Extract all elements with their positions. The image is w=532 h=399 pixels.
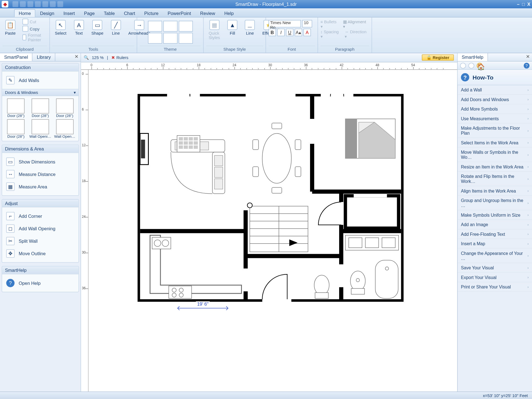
measure-area-tool[interactable]: ▦Measure Area xyxy=(5,180,76,193)
howto-item[interactable]: Add Free-Floating Text› xyxy=(458,229,532,239)
alignment-button[interactable]: ▦ Alignment ▾ xyxy=(343,20,369,29)
font-size-select[interactable]: 10 xyxy=(302,20,312,27)
qat-more-icon[interactable] xyxy=(57,1,63,7)
quick-styles-button[interactable]: ▦Quick Styles xyxy=(206,18,222,42)
tab-smartpanel[interactable]: SmartPanel xyxy=(0,53,33,61)
add-wall-opening-tool[interactable]: ◻Add Wall Opening xyxy=(5,222,76,235)
chevron-right-icon: › xyxy=(528,88,529,92)
howto-item[interactable]: Make Adjustments to the Floor Plan› xyxy=(458,124,532,138)
qat-save-icon[interactable] xyxy=(27,1,33,7)
show-dimensions-tool[interactable]: ▭Show Dimensions xyxy=(5,155,76,168)
howto-item[interactable]: Save Your Visual› xyxy=(458,263,532,273)
doors-windows-header[interactable]: Doors & Windows▾ xyxy=(2,89,79,96)
rulers-toggle[interactable]: ✖Rulers xyxy=(111,55,128,60)
close-right-panel-icon[interactable]: ✕ xyxy=(526,54,530,60)
tab-library[interactable]: Library xyxy=(33,53,55,61)
howto-item[interactable]: Add an Image› xyxy=(458,220,532,230)
howto-item[interactable]: Export Your Visual› xyxy=(458,273,532,282)
maximize-button[interactable]: □ xyxy=(522,2,525,7)
qat-undo-icon[interactable] xyxy=(42,1,48,7)
zoom-value[interactable]: 125 % xyxy=(92,55,104,60)
measure-distance-tool[interactable]: ↔Measure Distance xyxy=(5,168,76,180)
bold-button[interactable]: B xyxy=(268,29,276,36)
text-tool[interactable]: AText xyxy=(71,18,86,37)
howto-item[interactable]: Add More Symbols› xyxy=(458,104,532,114)
open-help-tool[interactable]: ?Open Help xyxy=(5,277,76,289)
add-corner-tool[interactable]: ⌐Add Corner xyxy=(5,210,76,222)
cut-button[interactable]: Cut xyxy=(21,18,47,25)
ribbon: 📋Paste Cut Copy Format Painter Clipboard… xyxy=(0,17,532,53)
tab-powerpoint[interactable]: PowerPoint xyxy=(163,9,195,17)
move-outline-tool[interactable]: ✥Move Outline xyxy=(5,247,76,260)
theme-gallery[interactable] xyxy=(148,21,193,44)
copy-button[interactable]: Copy xyxy=(21,25,47,32)
qat-open-icon[interactable] xyxy=(20,1,26,7)
qat-print-icon[interactable] xyxy=(35,1,41,7)
register-button[interactable]: 🔒 Register xyxy=(422,55,454,61)
tab-help[interactable]: Help xyxy=(220,9,238,17)
tab-page[interactable]: Page xyxy=(80,9,99,17)
line-style-button[interactable]: ＿Line xyxy=(242,18,257,37)
door-symbol[interactable]: Wall Open… xyxy=(53,119,76,139)
svg-rect-76 xyxy=(315,293,328,298)
door-symbol[interactable]: Wall Openi… xyxy=(29,119,52,139)
minimize-button[interactable]: – xyxy=(517,2,520,7)
font-color-button[interactable]: A xyxy=(303,29,311,36)
font-family-select[interactable]: Times New Ro… xyxy=(268,20,301,27)
bullets-button[interactable]: ≡ Bullets ▾ xyxy=(321,20,340,29)
shape-tool[interactable]: ▭Shape xyxy=(89,18,106,37)
nav-back-icon[interactable] xyxy=(460,63,466,68)
split-wall-tool[interactable]: ✂Split Wall xyxy=(5,235,76,247)
grow-font-button[interactable]: A▴ xyxy=(295,29,302,36)
howto-item[interactable]: Add a Wall› xyxy=(458,85,532,95)
howto-item[interactable]: Use Measurements› xyxy=(458,114,532,124)
tab-home[interactable]: Home xyxy=(14,9,35,17)
chevron-right-icon: › xyxy=(528,97,529,101)
tab-smarthelp[interactable]: SmartHelp xyxy=(458,53,488,61)
nav-fwd-icon[interactable] xyxy=(469,63,474,68)
italic-button[interactable]: I xyxy=(277,29,285,36)
nav-help-icon[interactable]: ? xyxy=(524,63,530,68)
howto-item[interactable]: Add Doors and Windows› xyxy=(458,95,532,104)
howto-item[interactable]: Change the Appearance of Your …› xyxy=(458,249,532,263)
tab-chart[interactable]: Chart xyxy=(119,9,140,17)
quick-access-toolbar xyxy=(12,1,63,7)
howto-item[interactable]: Print or Share Your Visual› xyxy=(458,282,532,292)
fill-button[interactable]: ▲Fill xyxy=(225,18,240,37)
paste-button[interactable]: 📋Paste xyxy=(2,18,18,37)
underline-button[interactable]: U xyxy=(286,29,293,36)
tab-design[interactable]: Design xyxy=(35,9,59,17)
tab-picture[interactable]: Picture xyxy=(140,9,163,17)
howto-item[interactable]: Insert a Map› xyxy=(458,239,532,249)
howto-item[interactable]: Group and Ungroup Items in the …› xyxy=(458,196,532,211)
line-tool[interactable]: ╱Line xyxy=(108,18,123,37)
tab-insert[interactable]: Insert xyxy=(59,9,79,17)
floorplan-drawing[interactable] xyxy=(138,94,404,302)
drawing-canvas[interactable]: 19' 6" xyxy=(89,70,457,392)
howto-item[interactable]: Move Walls or Symbols in the Wo…› xyxy=(458,148,532,162)
howto-item[interactable]: Align Items in the Work Area› xyxy=(458,186,532,196)
svg-point-75 xyxy=(314,275,329,295)
nav-home-icon[interactable]: 🏠 xyxy=(477,63,483,68)
door-symbol[interactable]: Door (28") xyxy=(5,119,27,139)
zoom-icon[interactable]: 🔍 xyxy=(84,55,89,60)
spacing-button[interactable]: ↕ Spacing ▾ xyxy=(321,30,342,39)
door-symbol[interactable]: Door (28") xyxy=(53,99,76,118)
select-tool[interactable]: ↖Select xyxy=(52,18,69,37)
opening-icon: ◻ xyxy=(6,224,15,233)
howto-item[interactable]: Select Items in the Work Area› xyxy=(458,138,532,148)
add-walls-tool[interactable]: ✎Add Walls xyxy=(5,74,76,86)
close-button[interactable]: X xyxy=(527,2,530,7)
door-symbol[interactable]: Door (28") xyxy=(29,99,52,118)
qat-new-icon[interactable] xyxy=(12,1,18,7)
tab-table[interactable]: Table xyxy=(99,9,119,17)
howto-item[interactable]: Make Symbols Uniform in Size› xyxy=(458,210,532,220)
tab-review[interactable]: Review xyxy=(196,9,220,17)
howto-item[interactable]: Resize an Item in the Work Area› xyxy=(458,162,532,172)
close-panel-icon[interactable]: ✕ xyxy=(75,54,78,60)
direction-button[interactable]: ↔ Direction ▾ xyxy=(345,30,369,39)
howto-item[interactable]: Rotate and Flip Items in the Work…› xyxy=(458,172,532,186)
format-painter-button[interactable]: Format Painter xyxy=(21,32,47,42)
qat-redo-icon[interactable] xyxy=(50,1,56,7)
door-symbol[interactable]: Door (28") xyxy=(5,99,27,118)
